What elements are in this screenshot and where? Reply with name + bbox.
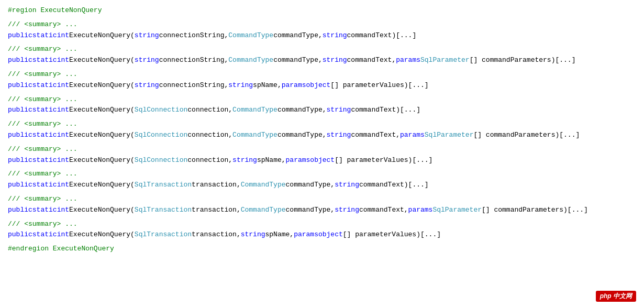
type-sqlconn-4: SqlConnection xyxy=(135,105,187,116)
ellipsis-bracket-5: [...] xyxy=(559,130,580,141)
kw-int-8: int xyxy=(57,205,69,216)
kw-string-4: string xyxy=(327,105,351,116)
param-conn-4: connection, xyxy=(187,105,232,116)
type-cmdtype-1: CommandType xyxy=(228,30,273,41)
param-spname-6: spName, xyxy=(257,155,286,166)
type-cmdtype-2: CommandType xyxy=(228,55,273,66)
param-arr-3: [] parameterValues) xyxy=(330,80,408,91)
param-tran-7: transaction, xyxy=(192,180,241,191)
type-cmdtype-5: CommandType xyxy=(232,130,277,141)
type-cmdtype-4: CommandType xyxy=(232,105,277,116)
method-group-8: /// <summary> ... public static int Exec… xyxy=(8,194,636,216)
method-name-4: ExecuteNonQuery( xyxy=(69,105,135,116)
kw-static-7: static xyxy=(32,180,57,191)
kw-static-5: static xyxy=(32,130,57,141)
param-cmdtype-4: commandType, xyxy=(277,105,327,116)
type-sqltran-9: SqlTransaction xyxy=(135,229,192,240)
kw-int-2: int xyxy=(57,55,69,66)
signature-line-4: public static int ExecuteNonQuery(SqlCon… xyxy=(8,105,636,116)
kw-object-9: object xyxy=(318,229,343,240)
kw-string-6: string xyxy=(232,155,257,166)
kw-static-1: static xyxy=(32,30,57,41)
kw-object-3: object xyxy=(306,80,331,91)
param-conn-2: connectionString, xyxy=(159,55,229,66)
param-spname-3: spName, xyxy=(253,80,282,91)
method-name-6: ExecuteNonQuery( xyxy=(69,155,135,166)
ellipsis-bracket-3: [...] xyxy=(408,80,429,91)
kw-public-8: public xyxy=(8,205,32,216)
param-cmdtext-8: commandText, xyxy=(359,205,408,216)
watermark-badge: php 中文网 xyxy=(596,291,636,302)
param-cmdtext-1: commandText) xyxy=(347,30,396,41)
param-conn-5: connection, xyxy=(187,130,232,141)
param-conn-6: connection, xyxy=(187,155,232,166)
param-tran-8: transaction, xyxy=(192,205,241,216)
method-name-1: ExecuteNonQuery( xyxy=(69,30,135,41)
kw-object-6: object xyxy=(310,155,335,166)
param-cmdtext-4: commandText) xyxy=(351,105,400,116)
kw-string-8: string xyxy=(335,205,359,216)
method-name-9: ExecuteNonQuery( xyxy=(69,229,135,240)
kw-int-3: int xyxy=(57,80,69,91)
method-group-7: /// <summary> ... public static int Exec… xyxy=(8,169,636,191)
signature-line-9: public static int ExecuteNonQuery(SqlTra… xyxy=(8,229,636,240)
summary-line-4: /// <summary> ... xyxy=(8,94,636,105)
summary-line-3: /// <summary> ... xyxy=(8,69,636,80)
ellipsis-bracket-4: [...] xyxy=(400,105,420,116)
param-cmdtype-8: commandType, xyxy=(286,205,335,216)
kw-public-1: public xyxy=(8,30,32,41)
param-cmdtext-5: commandText, xyxy=(351,130,400,141)
kw-int-9: int xyxy=(57,229,69,240)
param-arr-5: [] commandParameters) xyxy=(473,130,559,141)
kw-string-2a: string xyxy=(135,55,159,66)
kw-params-9: params xyxy=(294,229,318,240)
kw-public-2: public xyxy=(8,55,32,66)
method-group-3: /// <summary> ... public static int Exec… xyxy=(8,69,636,91)
kw-static-3: static xyxy=(32,80,57,91)
kw-int-5: int xyxy=(57,130,69,141)
kw-int-7: int xyxy=(57,180,69,191)
type-sqlconn-5: SqlConnection xyxy=(135,130,187,141)
summary-text-2: /// <summary> ... xyxy=(8,44,77,55)
summary-text-4: /// <summary> ... xyxy=(8,94,77,105)
kw-static-9: static xyxy=(32,229,57,240)
kw-params-6: params xyxy=(286,155,310,166)
watermark-text: php 中文网 xyxy=(600,292,632,300)
param-tran-9: transaction, xyxy=(192,229,241,240)
kw-params-3: params xyxy=(282,80,306,91)
type-sqltran-8: SqlTransaction xyxy=(135,205,192,216)
param-conn-1: connectionString, xyxy=(159,30,229,41)
summary-line-5: /// <summary> ... xyxy=(8,119,636,130)
method-name-5: ExecuteNonQuery( xyxy=(69,130,135,141)
kw-public-9: public xyxy=(8,229,32,240)
summary-text-7: /// <summary> ... xyxy=(8,169,77,180)
summary-text-9: /// <summary> ... xyxy=(8,219,77,230)
type-sqlparam-5: SqlParameter xyxy=(425,130,474,141)
type-cmdtype-7: CommandType xyxy=(241,180,286,191)
method-group-5: /// <summary> ... public static int Exec… xyxy=(8,119,636,141)
param-conn-3: connectionString, xyxy=(159,80,229,91)
ellipsis-bracket-2: [...] xyxy=(555,55,575,66)
region-start-line: #region ExecuteNonQuery xyxy=(8,5,636,16)
signature-line-2: public static int ExecuteNonQuery(string… xyxy=(8,55,636,66)
param-cmdtext-7: commandText) xyxy=(359,180,408,191)
kw-public-6: public xyxy=(8,155,32,166)
method-group-6: /// <summary> ... public static int Exec… xyxy=(8,144,636,166)
region-end-text: #endregion ExecuteNonQuery xyxy=(8,244,114,255)
kw-string-5: string xyxy=(327,130,351,141)
type-sqlparam-8: SqlParameter xyxy=(432,205,482,216)
param-arr-8: [] commandParameters) xyxy=(482,205,568,216)
param-cmdtype-2: commandType, xyxy=(273,55,323,66)
summary-line-6: /// <summary> ... xyxy=(8,144,636,155)
summary-line-8: /// <summary> ... xyxy=(8,194,636,205)
summary-text-3: /// <summary> ... xyxy=(8,69,77,80)
method-name-3: ExecuteNonQuery( xyxy=(69,80,135,91)
ellipsis-bracket-1: [...] xyxy=(396,30,416,41)
param-arr-9: [] parameterValues) xyxy=(343,229,420,240)
summary-line-2: /// <summary> ... xyxy=(8,44,636,55)
param-cmdtext-2: commandText, xyxy=(347,55,396,66)
param-arr-6: [] parameterValues) xyxy=(335,155,412,166)
signature-line-6: public static int ExecuteNonQuery(SqlCon… xyxy=(8,155,636,166)
param-cmdtype-5: commandType, xyxy=(277,130,327,141)
signature-line-1: public static int ExecuteNonQuery(string… xyxy=(8,30,636,41)
